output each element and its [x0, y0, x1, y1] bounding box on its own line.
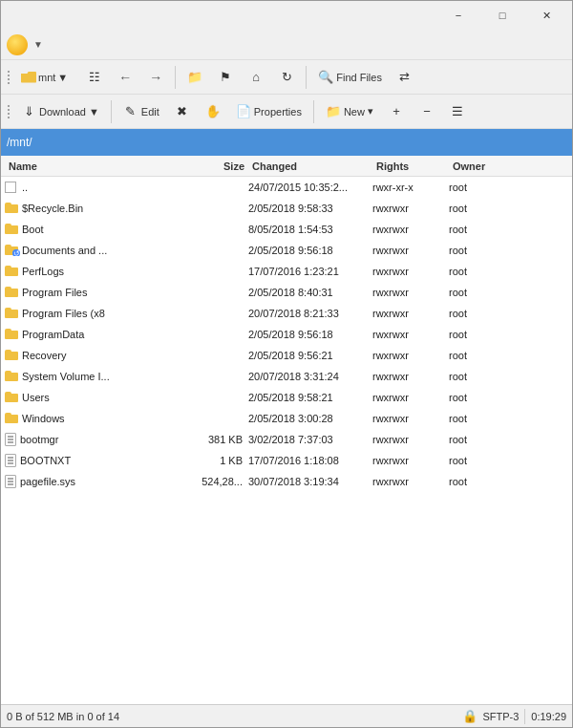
file-list: ..24/07/2015 10:35:2...rwxr-xr-xroot$Rec… — [1, 177, 572, 704]
open-folder-button[interactable]: 📁 — [180, 64, 209, 91]
toolbar-separator-2 — [306, 66, 307, 89]
file-rights: rwxrwxr — [372, 392, 449, 403]
status-bar: 0 B of 512 MB in 0 of 14 🔒 SFTP-3 0:19:2… — [1, 704, 572, 727]
table-row[interactable]: BOOTNXT1 KB17/07/2016 1:18:08rwxrwxrroot — [1, 450, 572, 471]
status-separator — [524, 709, 525, 724]
file-icon — [5, 475, 16, 488]
col-header-rights[interactable]: Rights — [372, 161, 449, 172]
back-icon: ← — [117, 70, 133, 85]
table-row[interactable]: $Recycle.Bin2/05/2018 9:58:33rwxrwxrroot — [1, 198, 572, 219]
table-row[interactable]: Windows2/05/2018 3:00:28rwxrwxrroot — [1, 408, 572, 429]
filter-button[interactable]: ☷ — [80, 64, 109, 91]
file-owner: root — [449, 392, 506, 403]
find-files-button[interactable]: 🔍 Find Files — [311, 64, 389, 91]
bookmark-button[interactable]: ⚑ — [211, 64, 240, 91]
file-name-text: pagefile.sys — [20, 476, 75, 487]
plus-button[interactable]: + — [382, 98, 411, 125]
delete-icon: ✖ — [175, 104, 190, 119]
window-controls: − □ ✕ — [436, 1, 568, 30]
col-header-name[interactable]: Name — [5, 161, 186, 172]
file-name-text: Boot — [22, 224, 44, 235]
file-name-text: bootmgr — [20, 434, 58, 445]
file-owner: root — [449, 434, 506, 445]
file-owner: root — [449, 308, 506, 319]
file-changed: 8/05/2018 1:54:53 — [248, 224, 372, 235]
file-owner: root — [449, 329, 506, 340]
home-icon: ⌂ — [248, 70, 264, 85]
file-name-text: .. — [22, 182, 28, 193]
file-name: BOOTNXT — [5, 454, 186, 467]
refresh-button[interactable]: ↻ — [272, 64, 301, 91]
sync-button[interactable]: ⇄ — [391, 64, 419, 91]
folder-icon — [5, 308, 18, 318]
table-row[interactable]: Recovery2/05/2018 9:56:21rwxrwxrroot — [1, 345, 572, 366]
table-row[interactable]: Users2/05/2018 9:58:21rwxrwxrroot — [1, 387, 572, 408]
dropdown-arrow: ▼ — [57, 72, 68, 83]
file-name: Boot — [5, 224, 186, 235]
maximize-button[interactable]: □ — [480, 1, 524, 30]
properties-button[interactable]: 📄 Properties — [229, 98, 308, 125]
location-button[interactable]: mnt ▼ — [14, 64, 74, 91]
address-bar[interactable]: /mnt/ — [1, 129, 572, 156]
status-right: 🔒 SFTP-3 0:19:29 — [463, 709, 566, 724]
file-changed: 2/05/2018 9:56:18 — [248, 245, 372, 256]
table-row[interactable]: ProgramData2/05/2018 9:56:18rwxrwxrroot — [1, 324, 572, 345]
file-owner: root — [449, 245, 506, 256]
edit-button[interactable]: ✎ Edit — [117, 98, 166, 125]
file-rights: rwxrwxr — [372, 224, 449, 235]
file-changed: 3/02/2018 7:37:03 — [248, 434, 372, 445]
file-changed: 20/07/2018 8:21:33 — [248, 308, 372, 319]
new-label: New — [344, 106, 365, 118]
file-owner: root — [449, 455, 506, 466]
edit-icon: ✎ — [123, 104, 138, 119]
file-changed: 24/07/2015 10:35:2... — [248, 182, 372, 193]
table-row[interactable]: pagefile.sys524,28...30/07/2018 3:19:34r… — [1, 471, 572, 492]
close-button[interactable]: ✕ — [524, 1, 568, 30]
folder-icon — [21, 72, 36, 83]
new-button[interactable]: 📁 New ▾ — [319, 98, 380, 125]
status-time: 0:19:29 — [531, 711, 566, 722]
table-row[interactable]: System Volume I...20/07/2018 3:31:24rwxr… — [1, 366, 572, 387]
col-header-changed[interactable]: Changed — [248, 161, 372, 172]
file-name: System Volume I... — [5, 371, 186, 382]
file-owner: root — [449, 182, 506, 193]
table-row[interactable]: bootmgr381 KB3/02/2018 7:37:03rwxrwxrroo… — [1, 429, 572, 450]
file-rights: rwxrwxr — [372, 203, 449, 214]
col-header-size[interactable]: Size — [186, 161, 248, 172]
table-row[interactable]: PerfLogs17/07/2016 1:23:21rwxrwxrroot — [1, 261, 572, 282]
address-path: /mnt/ — [7, 136, 32, 149]
download-button[interactable]: ⇓ Download ▼ — [14, 98, 106, 125]
file-name: $Recycle.Bin — [5, 203, 186, 214]
new-icon: 📁 — [326, 104, 341, 119]
folder-icon: ↺ — [5, 245, 18, 255]
file-changed: 2/05/2018 9:56:18 — [248, 329, 372, 340]
folder-icon — [5, 392, 18, 402]
table-row[interactable]: ..24/07/2015 10:35:2...rwxr-xr-xroot — [1, 177, 572, 198]
minus-button[interactable]: − — [413, 98, 441, 125]
folder-icon — [5, 224, 18, 234]
sync-icon: ⇄ — [397, 70, 413, 85]
bookmark-icon: ⚑ — [218, 70, 233, 85]
rename-button[interactable]: ✋ — [199, 98, 227, 125]
title-bar: − □ ✕ — [1, 1, 572, 30]
table-row[interactable]: ↺Documents and ...2/05/2018 9:56:18rwxrw… — [1, 240, 572, 261]
col-header-owner[interactable]: Owner — [449, 161, 506, 172]
delete-button[interactable]: ✖ — [168, 98, 197, 125]
table-row[interactable]: Boot8/05/2018 1:54:53rwxrwxrroot — [1, 219, 572, 240]
file-name: .. — [5, 182, 186, 193]
view-button[interactable]: ☰ — [443, 98, 472, 125]
app-icon — [7, 34, 28, 55]
table-row[interactable]: Program Files (x820/07/2018 8:21:33rwxrw… — [1, 303, 572, 324]
home-button[interactable]: ⌂ — [242, 64, 270, 91]
folder-icon — [5, 287, 18, 297]
back-button[interactable]: ← — [111, 64, 139, 91]
forward-button[interactable]: → — [141, 64, 170, 91]
file-owner: root — [449, 287, 506, 298]
table-row[interactable]: Program Files2/05/2018 8:40:31rwxrwxrroo… — [1, 282, 572, 303]
minimize-button[interactable]: − — [436, 1, 480, 30]
toolbar-2: ⇓ Download ▼ ✎ Edit ✖ ✋ 📄 Properties 📁 N… — [1, 95, 572, 129]
file-name: PerfLogs — [5, 266, 186, 277]
file-rights: rwxrwxr — [372, 245, 449, 256]
grab-handle-1 — [5, 71, 12, 84]
folder-icon — [5, 266, 18, 276]
